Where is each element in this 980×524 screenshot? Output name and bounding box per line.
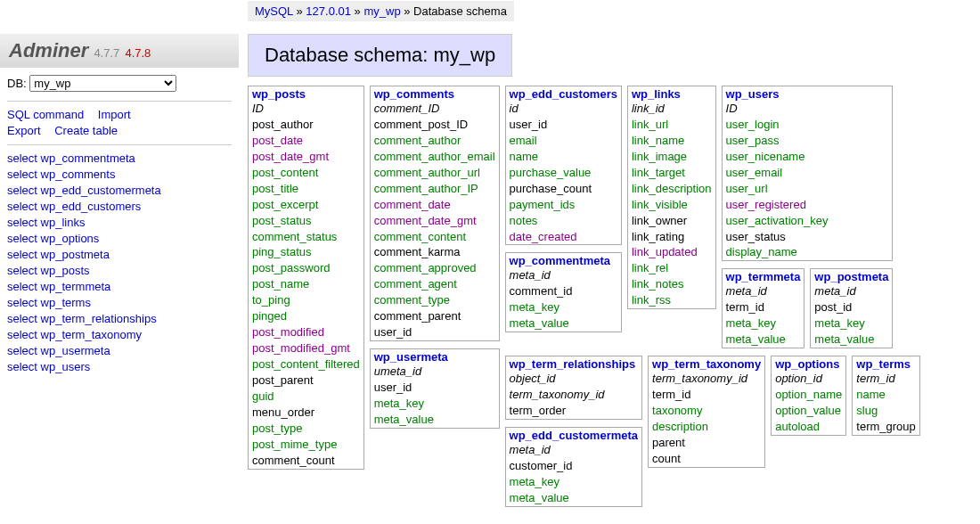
sidebar-table-link[interactable]: select wp_term_taxonomy	[7, 327, 232, 343]
schema-table-name[interactable]: wp_terms	[853, 356, 919, 371]
schema-table-wp_term_relationships[interactable]: wp_term_relationshipsobject_idterm_taxon…	[505, 356, 643, 420]
schema-column: meta_id	[723, 283, 804, 299]
schema-column: post_parent	[249, 373, 363, 389]
bc-sep: »	[355, 4, 361, 18]
schema-table-name[interactable]: wp_edd_customers	[506, 86, 621, 101]
sql-command-link[interactable]: SQL command	[7, 108, 84, 121]
schema-table-name[interactable]: wp_edd_customermeta	[506, 428, 642, 442]
schema-column: comment_content	[371, 229, 499, 245]
schema-table-name[interactable]: wp_postmeta	[811, 269, 892, 283]
schema-column: ID	[249, 101, 363, 117]
schema-column: payment_ids	[506, 197, 621, 213]
schema-table-name[interactable]: wp_users	[723, 86, 893, 101]
schema-column: user_login	[723, 117, 893, 133]
schema-table-wp_edd_customermeta[interactable]: wp_edd_customermetameta_idcustomer_idmet…	[505, 427, 643, 507]
bc-sep: »	[404, 4, 410, 18]
sidebar-table-link[interactable]: select wp_posts	[7, 263, 232, 279]
schema-column: display_name	[723, 244, 893, 260]
bc-db[interactable]: my_wp	[363, 4, 400, 18]
schema-column: autoload	[772, 419, 845, 435]
schema-column: customer_id	[506, 458, 642, 474]
schema-table-wp_termmeta[interactable]: wp_termmetameta_idterm_idmeta_keymeta_va…	[722, 268, 805, 348]
schema-table-name[interactable]: wp_links	[628, 86, 715, 101]
schema-column: comment_date	[371, 197, 499, 213]
schema-column: term_group	[853, 419, 919, 435]
sidebar-table-link[interactable]: select wp_termmeta	[7, 279, 232, 295]
bc-host[interactable]: 127.0.01	[306, 4, 351, 18]
db-selector: DB: my_wp	[7, 75, 232, 92]
bc-mysql[interactable]: MySQL	[255, 4, 293, 18]
schema-table-name[interactable]: wp_term_relationships	[506, 356, 642, 371]
breadcrumb: MySQL » 127.0.01 » my_wp » Database sche…	[248, 1, 514, 21]
sidebar-table-link[interactable]: select wp_edd_customermeta	[7, 183, 232, 199]
schema-table-wp_term_taxonomy[interactable]: wp_term_taxonomyterm_taxonomy_idterm_idt…	[648, 356, 765, 468]
schema-column: meta_value	[723, 332, 804, 348]
schema-column: post_content	[249, 165, 363, 181]
schema-column: comment_author_email	[371, 149, 499, 165]
schema-column: comment_author_url	[371, 165, 499, 181]
sidebar-table-link[interactable]: select wp_term_relationships	[7, 311, 232, 327]
schema-column: post_title	[249, 181, 363, 197]
schema-table-name[interactable]: wp_term_taxonomy	[649, 356, 764, 371]
sidebar-table-link[interactable]: select wp_comments	[7, 167, 232, 183]
schema-table-wp_usermeta[interactable]: wp_usermetaumeta_iduser_idmeta_keymeta_v…	[370, 348, 500, 429]
schema-table-name[interactable]: wp_options	[772, 356, 845, 371]
schema-table-wp_options[interactable]: wp_optionsoption_idoption_nameoption_val…	[771, 356, 846, 436]
sidebar-table-link[interactable]: select wp_commentmeta	[7, 151, 232, 167]
import-link[interactable]: Import	[98, 108, 131, 121]
schema-column: comment_author	[371, 133, 499, 149]
schema-column: option_name	[772, 387, 845, 403]
sidebar-table-link[interactable]: select wp_links	[7, 215, 232, 231]
schema-column: post_password	[249, 260, 363, 276]
schema-column: meta_value	[506, 315, 621, 332]
schema-column: comment_approved	[371, 260, 499, 276]
schema-column: slug	[853, 403, 919, 419]
schema-table-name[interactable]: wp_posts	[249, 86, 363, 101]
schema-column: post_id	[811, 299, 892, 315]
schema-table-wp_users[interactable]: wp_usersIDuser_loginuser_passuser_nicena…	[722, 86, 894, 261]
schema-table-wp_posts[interactable]: wp_postsIDpost_authorpost_datepost_date_…	[248, 86, 364, 470]
schema-column: link_rel	[628, 260, 715, 276]
sidebar-table-link[interactable]: select wp_usermeta	[7, 343, 232, 359]
sidebar-table-link[interactable]: select wp_edd_customers	[7, 199, 232, 215]
schema-table-name[interactable]: wp_termmeta	[723, 269, 804, 283]
schema-column: link_notes	[628, 276, 715, 292]
schema-table-name[interactable]: wp_usermeta	[371, 349, 499, 364]
sidebar-table-link[interactable]: select wp_options	[7, 231, 232, 247]
schema-table-name[interactable]: wp_commentmeta	[506, 253, 621, 267]
schema-column: meta_id	[811, 283, 892, 299]
schema-column: link_rating	[628, 229, 715, 245]
create-table-link[interactable]: Create table	[54, 124, 118, 137]
export-link[interactable]: Export	[7, 124, 41, 137]
sidebar-table-list: select wp_commentmetaselect wp_commentss…	[7, 151, 232, 374]
schema-table-wp_terms[interactable]: wp_termsterm_idnameslugterm_group	[852, 356, 919, 436]
db-dropdown[interactable]: my_wp	[29, 75, 176, 92]
schema-column: user_email	[723, 165, 893, 181]
schema-column: comment_type	[371, 292, 499, 308]
schema-table-wp_links[interactable]: wp_linkslink_idlink_urllink_namelink_ima…	[627, 86, 716, 309]
schema-table-wp_postmeta[interactable]: wp_postmetameta_idpost_idmeta_keymeta_va…	[810, 268, 893, 348]
schema-column: post_author	[249, 117, 363, 133]
schema-column: post_mime_type	[249, 437, 363, 453]
schema-table-wp_commentmeta[interactable]: wp_commentmetameta_idcomment_idmeta_keym…	[505, 252, 622, 332]
sidebar-table-link[interactable]: select wp_terms	[7, 295, 232, 311]
schema-table-wp_edd_customers[interactable]: wp_edd_customersiduser_idemailnamepurcha…	[505, 86, 622, 245]
sidebar-table-link[interactable]: select wp_postmeta	[7, 247, 232, 263]
schema-column: user_registered	[723, 197, 893, 213]
schema-column: option_value	[772, 403, 845, 419]
schema-column: user_nicename	[723, 149, 893, 165]
schema-column: notes	[506, 213, 621, 229]
sidebar-table-link[interactable]: select wp_users	[7, 359, 232, 375]
brand-version-current: 4.7.7	[94, 46, 119, 60]
schema-table-name[interactable]: wp_comments	[371, 86, 499, 101]
schema-column: comment_date_gmt	[371, 213, 499, 229]
brand-name: Adminer	[9, 39, 88, 61]
db-label: DB:	[7, 77, 27, 90]
schema-column: guid	[249, 389, 363, 405]
schema-table-wp_comments[interactable]: wp_commentscomment_IDcomment_post_IDcomm…	[370, 86, 500, 341]
schema-column: post_modified_gmt	[249, 340, 363, 356]
schema-column: link_url	[628, 117, 715, 133]
schema-column: post_name	[249, 276, 363, 292]
schema-column: post_excerpt	[249, 197, 363, 213]
schema-diagram: wp_postsIDpost_authorpost_datepost_date_…	[248, 86, 980, 511]
